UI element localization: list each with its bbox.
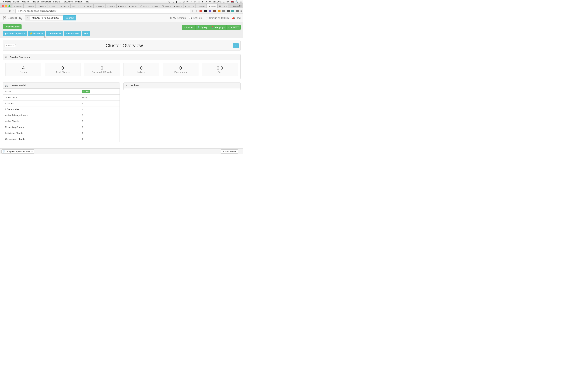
translate-icon[interactable]: ✧ <box>192 10 194 12</box>
tab-close-icon[interactable]: × <box>68 5 69 7</box>
node-maskedrose-button[interactable]: Masked Rose <box>46 31 63 36</box>
node-gardener-button[interactable]: ⚡Gardener <box>28 31 45 36</box>
omnibox[interactable]: ▫ 107.170.203.99:9200/_plugin/hq/#cluste… <box>15 9 190 13</box>
tab-close-icon[interactable]: × <box>79 5 80 7</box>
menu-afficher[interactable]: Afficher <box>32 0 39 3</box>
browser-tab[interactable]: ▫Sear× <box>105 4 116 8</box>
close-window-button[interactable] <box>2 5 4 7</box>
menu-personnes[interactable]: Personnes <box>63 0 73 3</box>
browser-tab[interactable]: ✶djang× <box>94 4 105 8</box>
menu-fichier[interactable]: Fichier <box>13 0 19 3</box>
browser-tab[interactable]: ◎Conv× <box>71 4 82 8</box>
cluster-badge[interactable]: ℹ elasticsearch <box>3 24 22 29</box>
tab-close-icon[interactable]: × <box>147 5 148 7</box>
spotlight-icon[interactable]: 🔍 <box>235 0 238 3</box>
tab-close-icon[interactable]: × <box>21 5 22 7</box>
node-diagnostics-button[interactable]: ◉Node Diagnostics <box>3 31 27 36</box>
tab-close-icon[interactable]: × <box>170 5 171 7</box>
status-sync-icon[interactable]: ⟳ <box>205 0 207 3</box>
browser-tab[interactable]: ▣Stack× <box>127 4 139 8</box>
indices-button[interactable]: ≣Indices <box>182 25 196 30</box>
browser-tab[interactable]: ▫Swag× <box>35 4 47 8</box>
connect-url-input[interactable] <box>30 15 63 20</box>
mac-clock[interactable]: Mar. 10:07:27 PM <box>212 0 229 3</box>
nav-blog[interactable]: 📣Blog <box>232 17 241 19</box>
node-patsywalker-button[interactable]: Patsy Walker <box>64 31 81 36</box>
download-showall-button[interactable]: ⬇ Tout afficher <box>221 150 238 154</box>
tab-close-icon[interactable]: × <box>125 5 126 7</box>
status-dropbox-icon[interactable]: ⬚ <box>179 0 181 3</box>
flag-icon[interactable] <box>231 1 234 3</box>
browser-tab[interactable]: ◎Get L× <box>59 4 70 8</box>
ext-grey-icon[interactable] <box>222 10 225 12</box>
tab-close-icon[interactable]: × <box>45 5 46 7</box>
ext-brown-icon[interactable] <box>213 10 216 12</box>
tab-close-icon[interactable]: × <box>159 5 160 7</box>
status-phone-icon[interactable]: ✆ <box>194 0 196 3</box>
rest-button[interactable]: </>REST <box>227 25 241 30</box>
tab-close-icon[interactable]: × <box>204 5 205 7</box>
mac-app-name[interactable]: Chrome <box>3 0 11 3</box>
tab-close-icon[interactable]: × <box>215 5 216 7</box>
status-battery2-icon[interactable]: ▮ <box>176 0 177 3</box>
browser-tab[interactable]: ▫Swag× <box>47 4 59 8</box>
tab-close-icon[interactable]: × <box>114 5 115 7</box>
tab-close-icon[interactable]: × <box>193 5 194 7</box>
browser-tab[interactable]: ✦Calcu× <box>82 4 94 8</box>
status-battery-icon[interactable]: ▭ <box>209 0 211 3</box>
browser-tab[interactable]: ✿Zen D× <box>184 4 196 8</box>
tab-close-icon[interactable]: × <box>136 5 137 7</box>
tab-close-icon[interactable]: × <box>226 5 227 7</box>
nav-help[interactable]: 💬Get Help <box>189 17 202 19</box>
bookmark-icon[interactable]: ☆ <box>196 10 198 12</box>
brand[interactable]: 🏁 Elastic HQ <box>3 16 22 20</box>
nav-settings[interactable]: ⚙My Settings <box>170 17 186 19</box>
menu-aide[interactable]: Aide <box>85 0 89 3</box>
node-zom-button[interactable]: Zom <box>82 31 90 36</box>
mappings-button[interactable]: 📍Mappings <box>209 25 226 30</box>
back-button[interactable]: ← <box>1 10 4 12</box>
chrome-menu-icon[interactable]: ≡ <box>241 10 242 12</box>
reload-button[interactable]: ⟳ <box>9 10 11 12</box>
maximize-window-button[interactable] <box>9 5 10 7</box>
ext-grid-icon[interactable] <box>227 10 230 12</box>
notification-center-icon[interactable]: ≣ <box>240 0 242 3</box>
sitemap-button[interactable]: ⑃ <box>233 43 239 48</box>
browser-tab[interactable]: WUnic× <box>218 4 228 8</box>
ext-orange-icon[interactable] <box>218 10 221 12</box>
browser-tab[interactable]: ◯Elast× <box>139 4 150 8</box>
chevron-down-icon[interactable]: ▾ <box>32 150 33 153</box>
query-button[interactable]: 🔍Query <box>196 25 209 30</box>
ext-adblock-icon[interactable] <box>199 10 202 12</box>
chrome-user[interactable]: Yoanis Gil <box>233 5 242 7</box>
menu-modifier[interactable]: Modifier <box>22 0 29 3</box>
browser-tab[interactable]: WElast× <box>161 4 172 8</box>
tab-close-icon[interactable]: × <box>91 5 92 7</box>
status-clock-icon[interactable]: ◷ <box>183 0 185 3</box>
connect-button[interactable]: Connect <box>63 15 76 20</box>
tab-close-icon[interactable]: × <box>33 5 34 7</box>
browser-tab[interactable]: ▫Swag× <box>24 4 35 8</box>
tab-close-icon[interactable]: × <box>57 5 58 7</box>
menu-fenetre[interactable]: Fenêtre <box>75 0 82 3</box>
browser-tab[interactable]: ⬢Digit× <box>116 4 127 8</box>
tab-close-icon[interactable]: × <box>103 5 104 7</box>
menu-favoris[interactable]: Favoris <box>53 0 60 3</box>
menu-historique[interactable]: Historique <box>42 0 51 3</box>
status-wifi-icon[interactable]: ⚏ <box>198 0 200 3</box>
ext-purple-icon[interactable] <box>209 10 211 12</box>
timestamp-badge[interactable]: ⟳22:07:21 <box>5 44 16 47</box>
download-chip[interactable]: 📄 Bridge of Spies (2015).srt ▾ <box>1 150 34 154</box>
nav-github[interactable]: ◯Star us on GitHub <box>206 17 229 19</box>
download-close-button[interactable]: ✕ <box>240 150 242 153</box>
status-display-icon[interactable]: ▭ <box>186 0 189 3</box>
status-app-icon[interactable]: ◯ <box>172 0 174 3</box>
browser-tab[interactable]: ▶Enric× <box>172 4 183 8</box>
home-button[interactable]: ⌂ <box>13 10 14 12</box>
browser-tab[interactable]: ✉Inbox× <box>12 4 24 8</box>
browser-tab[interactable]: ✿elast× <box>207 4 218 8</box>
ext-pulse-icon[interactable] <box>236 10 239 12</box>
browser-tab[interactable]: ▫Elast× <box>196 4 207 8</box>
minimize-window-button[interactable] <box>5 5 7 7</box>
ext-dark-icon[interactable] <box>204 10 207 12</box>
